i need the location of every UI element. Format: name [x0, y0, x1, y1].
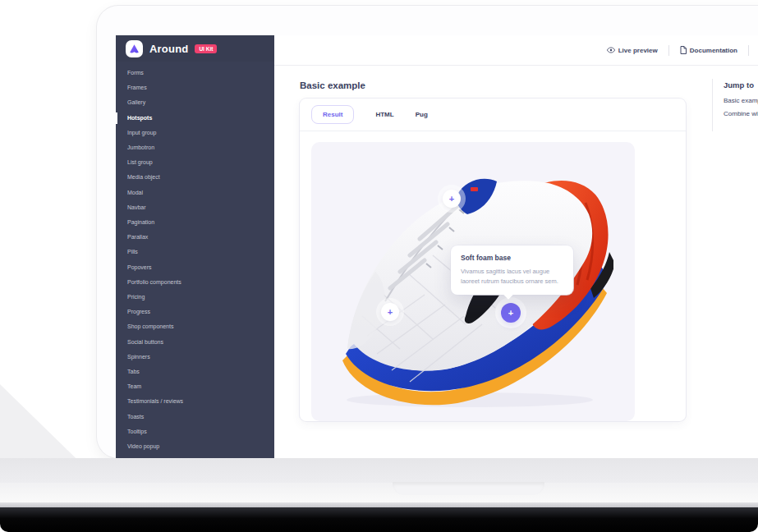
- laptop-bottom-edge: [0, 507, 758, 532]
- jump-to-link[interactable]: Combine with: [724, 110, 758, 117]
- tooltip-body: Vivamus sagittis lacus vel augue laoreet…: [461, 267, 563, 286]
- sidebar-item[interactable]: Frames: [116, 80, 274, 95]
- sidebar-menu: Forms Frames Gallery Hotspots Input grou…: [116, 62, 274, 454]
- sidebar-item[interactable]: Tooltips: [116, 424, 274, 439]
- jump-to-link[interactable]: Basic example: [724, 97, 758, 104]
- app-window: Around UI Kit Forms Frames Gallery Hotsp…: [116, 35, 758, 458]
- sidebar-item[interactable]: Spinners: [116, 350, 274, 365]
- sidebar-item[interactable]: Gallery: [116, 95, 274, 110]
- sidebar-item[interactable]: Popovers: [116, 260, 274, 275]
- sidebar-item[interactable]: Pricing: [116, 290, 274, 305]
- ui-kit-badge: UI Kit: [195, 44, 217, 53]
- document-icon: [680, 46, 687, 54]
- brand-name: Around: [149, 43, 188, 55]
- main-area: Live preview Documentation: [274, 35, 758, 458]
- plus-icon: +: [388, 308, 393, 317]
- laptop-screen: Around UI Kit Forms Frames Gallery Hotsp…: [97, 6, 758, 458]
- sidebar-item[interactable]: Team: [116, 379, 274, 394]
- hotspot-button[interactable]: +: [443, 190, 461, 208]
- sidebar-item[interactable]: List group: [116, 155, 274, 170]
- sidebar-item[interactable]: Video popup: [116, 439, 274, 454]
- sidebar-item[interactable]: Tabs: [116, 365, 274, 379]
- sidebar-item[interactable]: Navbar: [116, 200, 274, 215]
- live-preview-link[interactable]: Live preview: [596, 47, 668, 54]
- sidebar-item[interactable]: Portfolio components: [116, 275, 274, 290]
- documentation-link[interactable]: Documentation: [669, 46, 748, 54]
- hotspot-button[interactable]: +: [381, 303, 399, 321]
- sidebar-item[interactable]: Forms: [116, 66, 274, 80]
- laptop-thumb-groove: [393, 482, 544, 495]
- page: Around UI Kit Forms Frames Gallery Hotsp…: [0, 0, 758, 532]
- sidebar-item[interactable]: Testimonials / reviews: [116, 394, 274, 409]
- laptop-base: [0, 458, 758, 483]
- sidebar-item[interactable]: Hotspots: [116, 111, 274, 126]
- jump-to-title: Jump to: [724, 80, 758, 89]
- sidebar-item[interactable]: Toasts: [116, 410, 274, 424]
- hotspot-tooltip: Soft foam base Vivamus sagittis lacus ve…: [451, 245, 573, 295]
- hotspot-demo-area: + + + Soft foam base: [311, 142, 635, 421]
- hotspot-button-active[interactable]: +: [501, 303, 521, 323]
- sidebar-item[interactable]: Input group: [116, 126, 274, 140]
- plus-icon: +: [449, 195, 454, 204]
- page-title: Basic example: [300, 80, 712, 90]
- jump-to-panel: Jump to Basic example Combine with: [712, 79, 758, 131]
- tab[interactable]: HTML: [375, 106, 393, 123]
- content-column: Basic example Result HTML Pug: [274, 66, 712, 458]
- sidebar-item[interactable]: Jumbotron: [116, 140, 274, 155]
- jump-to-links: Basic example Combine with: [724, 97, 758, 117]
- sidebar-item[interactable]: Modal: [116, 186, 274, 200]
- around-logo-icon[interactable]: [126, 40, 143, 57]
- sidebar-item[interactable]: Media object: [116, 170, 274, 185]
- example-card: Result HTML Pug: [300, 99, 686, 421]
- eye-icon: [607, 47, 615, 53]
- tooltip-title: Soft foam base: [461, 254, 563, 262]
- laptop-base-front: [0, 483, 758, 502]
- sidebar-item[interactable]: Social buttons: [116, 335, 274, 350]
- sidebar-item[interactable]: Pagination: [116, 215, 274, 230]
- sidebar-header: Around UI Kit: [116, 35, 274, 62]
- tab[interactable]: Result: [311, 105, 354, 124]
- sidebar-item[interactable]: Progress: [116, 305, 274, 319]
- sidebar: Around UI Kit Forms Frames Gallery Hotsp…: [116, 35, 274, 458]
- top-navbar: Live preview Documentation: [274, 35, 758, 66]
- sidebar-item[interactable]: Shop components: [116, 319, 274, 334]
- sidebar-item[interactable]: Parallax: [116, 230, 274, 245]
- tab[interactable]: Pug: [416, 106, 428, 123]
- divider: [748, 45, 749, 56]
- plus-icon: +: [508, 309, 513, 318]
- sidebar-item[interactable]: Pills: [116, 245, 274, 259]
- code-tabs: Result HTML Pug: [300, 99, 686, 131]
